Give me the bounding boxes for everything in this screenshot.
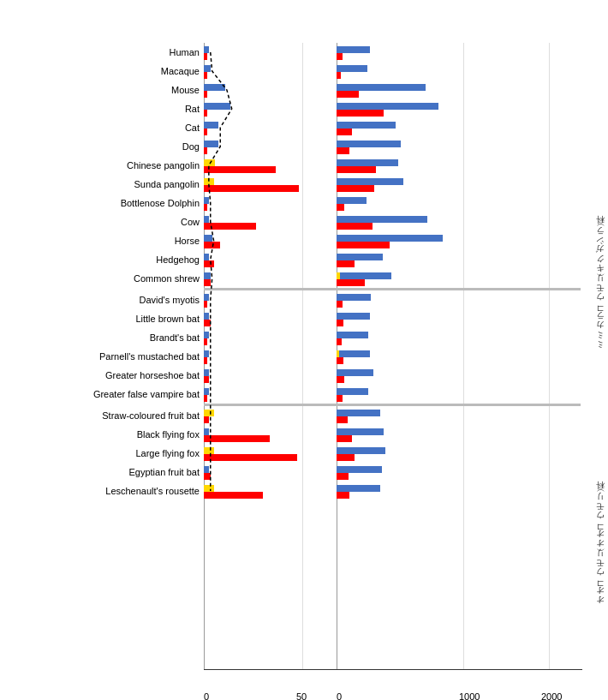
taar-blue-bar <box>204 272 211 279</box>
taar-bars <box>204 330 337 345</box>
taar-red-bar <box>204 338 207 345</box>
or-blue-bar <box>337 410 380 416</box>
or-red-bar <box>337 72 341 79</box>
taar-red-bar <box>204 72 207 79</box>
chart-row: Sunda pangolin <box>0 175 608 194</box>
chart-row: Dog <box>0 137 608 156</box>
taar-blue-bar <box>204 369 209 376</box>
or-red-bar <box>337 185 374 192</box>
taar-bars <box>204 368 337 383</box>
or-red-bar <box>337 338 342 345</box>
or-blue-bar <box>337 447 385 454</box>
or-blue-bar <box>337 84 426 91</box>
taar-blue-bar <box>204 46 209 53</box>
or-blue-bar <box>337 122 396 129</box>
taar-red-bar <box>204 185 299 192</box>
chart-row: Rat <box>0 99 608 118</box>
taar-red-bar <box>204 416 209 423</box>
or-red-bar <box>337 357 343 364</box>
chart-row: Common shrew <box>0 269 608 288</box>
species-label: David's myotis <box>0 295 204 305</box>
taar-bars <box>204 63 337 79</box>
or-blue-bar <box>337 141 401 147</box>
species-label: Brandt's bat <box>0 332 204 343</box>
or-bars <box>337 446 585 461</box>
taar-bars <box>204 101 337 117</box>
taar-blue-bar <box>204 216 209 223</box>
or-red-bar <box>337 301 343 308</box>
or-blue-bar <box>337 350 370 357</box>
species-label: Egyptian fruit bat <box>0 467 204 477</box>
or-red-bar <box>337 454 355 461</box>
species-label: Parnell's mustached bat <box>0 351 204 362</box>
taar-red-bar <box>204 53 207 60</box>
taar-blue-bar <box>204 84 225 91</box>
or-blue-bar <box>337 254 383 260</box>
taar-bars <box>204 427 337 442</box>
or-red-bar <box>337 279 365 286</box>
or-red-bar <box>337 376 344 383</box>
taar-blue-bar <box>204 254 209 260</box>
or-yellow-bar <box>337 272 340 279</box>
or-blue-bar <box>337 216 427 223</box>
or-red-bar <box>337 416 348 423</box>
species-label: Common shrew <box>0 273 204 284</box>
or-blue-bar <box>337 235 443 242</box>
taar-bars <box>204 349 337 364</box>
taar-red-bar <box>204 147 207 154</box>
taar-blue-bar <box>204 332 209 338</box>
or-red-bar <box>337 320 343 326</box>
or-blue-bar <box>337 46 370 53</box>
species-label: Horse <box>0 236 204 246</box>
taar-blue-bar <box>204 235 212 242</box>
taar-yellow-bar <box>204 159 215 166</box>
taar-red-bar <box>204 320 211 326</box>
or-red-bar <box>337 129 352 135</box>
x-axis-line <box>204 669 582 670</box>
chart-row: Straw-coloured fruit bat <box>0 406 608 425</box>
or-blue-bar <box>337 103 438 110</box>
taar-bars <box>204 483 337 499</box>
or-bars <box>337 252 585 267</box>
taar-bars <box>204 233 337 248</box>
or-blue-bar <box>337 159 398 166</box>
or-blue-bar <box>337 197 367 204</box>
or-yellow-bar <box>337 350 339 357</box>
taar-bars <box>204 176 337 192</box>
or-bars <box>337 82 585 98</box>
chart-row: Cow <box>0 212 608 231</box>
or-bars <box>337 45 585 60</box>
species-label: Chinese pangolin <box>0 160 204 171</box>
species-label: Bottlenose Dolphin <box>0 198 204 208</box>
taar-bars <box>204 158 337 173</box>
taar-yellow-bar <box>204 178 214 185</box>
species-label: Hedgehog <box>0 254 204 265</box>
taar-red-bar <box>204 129 207 135</box>
or-blue-bar <box>337 65 367 72</box>
or-blue-bar <box>337 428 384 435</box>
chart-row: Little brown bat <box>0 309 608 328</box>
taar-blue-bar <box>204 466 209 473</box>
or-bars <box>337 368 585 383</box>
or-bars <box>337 139 585 154</box>
chart-row: Black flying fox <box>0 425 608 444</box>
chart-row: Parnell's mustached bat <box>0 347 608 366</box>
taar-bars <box>204 214 337 230</box>
taar-bars <box>204 386 337 402</box>
species-label: Human <box>0 47 204 57</box>
taar-bars <box>204 45 337 60</box>
or-bars <box>337 214 585 230</box>
chart-rows: HumanMacaqueMouseRatCatDogChinese pangol… <box>0 43 608 500</box>
taar-bars <box>204 252 337 267</box>
taar-red-bar <box>204 242 220 248</box>
chart-row: Egyptian fruit bat <box>0 463 608 482</box>
or-blue-bar <box>337 466 382 473</box>
taar-red-bar <box>204 204 207 211</box>
chart-row: Greater false vampire bat <box>0 385 608 404</box>
or-bars <box>337 349 585 364</box>
taar-bars <box>204 120 337 135</box>
or-bars <box>337 386 585 402</box>
or-bars <box>337 408 585 423</box>
taar-bars <box>204 271 337 286</box>
taar-bars <box>204 195 337 211</box>
